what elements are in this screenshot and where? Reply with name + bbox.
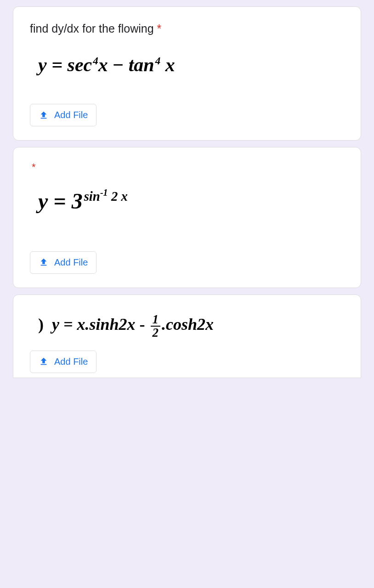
add-file-button[interactable]: Add File xyxy=(30,351,96,373)
upload-icon xyxy=(39,356,49,367)
required-star: * xyxy=(30,161,344,173)
required-star: * xyxy=(157,22,162,35)
equation-image: ) y = x.sinh2x - 12.cosh2x xyxy=(38,313,344,339)
question-card: find dy/dx for the flowing * y = sec4x −… xyxy=(13,6,361,141)
equation-image: y = 3sin-1 2 x xyxy=(38,187,344,214)
question-card: ) y = x.sinh2x - 12.cosh2x Add File xyxy=(13,294,361,378)
add-file-label: Add File xyxy=(54,257,88,268)
question-title: find dy/dx for the flowing * xyxy=(30,21,344,37)
add-file-label: Add File xyxy=(54,356,88,367)
upload-icon xyxy=(39,257,49,267)
upload-icon xyxy=(39,110,49,120)
add-file-button[interactable]: Add File xyxy=(30,251,96,274)
equation-image: y = sec4x − tan4 x xyxy=(38,53,344,76)
question-text: find dy/dx for the flowing xyxy=(30,22,154,35)
question-card: * y = 3sin-1 2 x Add File xyxy=(13,147,361,288)
add-file-label: Add File xyxy=(54,110,88,120)
add-file-button[interactable]: Add File xyxy=(30,104,96,126)
